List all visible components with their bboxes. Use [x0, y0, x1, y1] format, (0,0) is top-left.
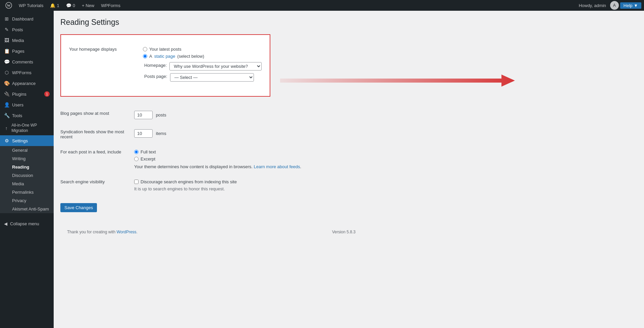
submenu-akismet[interactable]: Akismet Anti-Spam: [0, 205, 54, 213]
sidebar-item-wpforms[interactable]: ⬡ WPForms: [0, 67, 54, 78]
footer-version: Version 5.8.3: [332, 230, 356, 234]
radio-excerpt-label[interactable]: Excerpt: [134, 156, 362, 161]
submenu-discussion[interactable]: Discussion: [0, 171, 54, 180]
media-icon: 🖼: [4, 38, 9, 43]
dashboard-icon: ⊞: [4, 16, 9, 21]
allinone-icon: ↑: [4, 125, 9, 131]
reading-settings-form: Blog pages show at most 10 posts Syndica…: [60, 106, 362, 196]
page-wrap: Reading Settings Your homepage displays …: [60, 17, 362, 238]
sidebar-item-settings[interactable]: ⚙ Settings: [0, 135, 54, 146]
learn-more-link[interactable]: Learn more about feeds: [254, 164, 300, 169]
save-button-row: Save Changes: [60, 203, 362, 212]
static-page-link[interactable]: static page: [154, 54, 175, 59]
static-page-fields: Homepage: Why use WordPress for your web…: [143, 62, 262, 82]
posts-page-field-row: Posts page: — Select —: [144, 73, 262, 82]
sidebar-item-pages[interactable]: 📋 Pages: [0, 46, 54, 56]
radio-static-page-label[interactable]: A static page (select below): [143, 54, 262, 59]
admin-sidebar: ⊞ Dashboard ✎ Posts 🖼 Media 📋 Pages 💬 Co…: [0, 11, 54, 328]
sidebar-item-users[interactable]: 👤 Users: [0, 99, 54, 110]
syndication-input[interactable]: 10: [134, 129, 153, 138]
footer-thanks: Thank you for creating with WordPress.: [67, 230, 138, 234]
appearance-icon: 🎨: [4, 81, 9, 86]
adminbar-comments[interactable]: 💬 0: [63, 0, 78, 11]
plugins-badge: 1: [44, 91, 50, 97]
submenu-media[interactable]: Media: [0, 180, 54, 188]
main-content: Reading Settings Your homepage displays …: [54, 11, 644, 328]
blog-pages-unit: posts: [156, 112, 166, 118]
radio-static-page[interactable]: [143, 54, 147, 58]
posts-page-select[interactable]: — Select —: [170, 73, 254, 82]
footer-wp-link[interactable]: WordPress: [116, 230, 136, 234]
adminbar-new[interactable]: + New: [79, 0, 97, 11]
pages-icon: 📋: [4, 48, 9, 54]
homepage-field-label: Homepage:: [144, 63, 167, 68]
users-icon: 👤: [4, 102, 9, 107]
adminbar-wp-logo[interactable]: W: [3, 0, 15, 11]
help-button[interactable]: Help ▼: [620, 2, 641, 9]
radio-full-text[interactable]: [134, 150, 139, 154]
homepage-field-row: Homepage: Why use WordPress for your web…: [144, 62, 262, 71]
comments-icon: 💬: [4, 59, 9, 64]
search-visibility-row: Search engine visibility Discourage sear…: [60, 174, 362, 196]
save-changes-button[interactable]: Save Changes: [60, 203, 97, 212]
adminbar-avatar: A: [610, 1, 619, 10]
posts-icon: ✎: [4, 27, 9, 32]
submenu-general[interactable]: General: [0, 146, 54, 154]
settings-submenu: General Writing Reading Discussion Media…: [0, 146, 54, 213]
submenu-privacy[interactable]: Privacy: [0, 196, 54, 205]
adminbar-howdy: Howdy, admin: [576, 3, 608, 8]
search-visibility-checkbox[interactable]: [134, 180, 139, 184]
search-visibility-hint: It is up to search engines to honor this…: [134, 186, 362, 191]
syndication-unit: items: [156, 131, 166, 136]
homepage-settings-box: Your homepage displays Your latest posts…: [60, 34, 270, 97]
svg-text:W: W: [7, 3, 11, 7]
blog-pages-label: Blog pages show at most: [60, 106, 134, 124]
homepage-select[interactable]: Why use WordPress for your website?: [169, 62, 262, 71]
radio-excerpt[interactable]: [134, 157, 139, 161]
collapse-icon: ◀: [4, 221, 7, 226]
posts-page-field-label: Posts page:: [144, 74, 167, 79]
homepage-displays-label: Your homepage displays: [69, 42, 143, 89]
tools-icon: 🔧: [4, 113, 9, 118]
feed-include-row: For each post in a feed, include Full te…: [60, 144, 362, 174]
submenu-writing[interactable]: Writing: [0, 154, 54, 163]
blog-pages-input[interactable]: 10: [134, 111, 153, 119]
radio-latest-posts-label[interactable]: Your latest posts: [143, 47, 262, 52]
adminbar-wpforms[interactable]: WPForms: [98, 0, 123, 11]
plugins-icon: 🔌: [4, 91, 9, 97]
radio-latest-posts[interactable]: [143, 47, 147, 51]
sidebar-item-dashboard[interactable]: ⊞ Dashboard: [0, 13, 54, 24]
homepage-form-table: Your homepage displays Your latest posts…: [69, 42, 262, 89]
wpforms-icon: ⬡: [4, 70, 9, 75]
feed-include-label: For each post in a feed, include: [60, 144, 134, 174]
radio-full-text-label[interactable]: Full text: [134, 149, 362, 154]
settings-icon: ⚙: [4, 138, 9, 143]
adminbar-updates[interactable]: 🔔 1: [47, 0, 62, 11]
search-visibility-label: Search engine visibility: [60, 174, 134, 196]
sidebar-item-comments[interactable]: 💬 Comments: [0, 56, 54, 67]
wp-footer: Thank you for creating with WordPress. V…: [60, 226, 362, 238]
adminbar-site-name[interactable]: WP Tutorials: [16, 0, 46, 11]
submenu-permalinks[interactable]: Permalinks: [0, 188, 54, 196]
syndication-row: Syndication feeds show the most recent 1…: [60, 124, 362, 144]
collapse-menu-button[interactable]: ◀ Collapse menu: [0, 219, 54, 229]
blog-pages-row: Blog pages show at most 10 posts: [60, 106, 362, 124]
admin-bar: W WP Tutorials 🔔 1 💬 0 + New WPForms How…: [0, 0, 644, 11]
sidebar-item-plugins[interactable]: 🔌 Plugins 1: [0, 89, 54, 99]
sidebar-item-posts[interactable]: ✎ Posts: [0, 24, 54, 35]
page-title: Reading Settings: [60, 17, 362, 28]
sidebar-item-media[interactable]: 🖼 Media: [0, 35, 54, 46]
submenu-reading[interactable]: Reading: [0, 163, 54, 171]
theme-note: Your theme determines how content is dis…: [134, 164, 362, 169]
svg-marker-2: [280, 75, 515, 87]
sidebar-item-allinone[interactable]: ↑ All-in-One WP Migration: [0, 121, 54, 135]
sidebar-item-tools[interactable]: 🔧 Tools: [0, 110, 54, 121]
search-visibility-checkbox-label[interactable]: Discourage search engines from indexing …: [134, 179, 362, 184]
sidebar-item-appearance[interactable]: 🎨 Appearance: [0, 78, 54, 89]
arrow-annotation: [280, 74, 515, 88]
syndication-label: Syndication feeds show the most recent: [60, 124, 134, 144]
